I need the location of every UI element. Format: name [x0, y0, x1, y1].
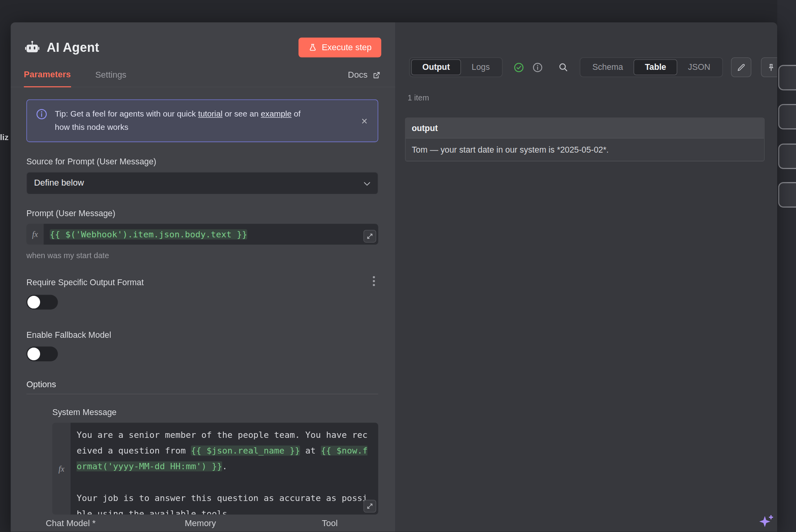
connection-memory[interactable]: Memory — [185, 519, 216, 529]
connection-endpoints: Chat Model * Memory Tool — [11, 519, 395, 532]
system-message-code[interactable]: You are a senior member of the people te… — [71, 423, 378, 514]
tip-text-part: Tip: Get a feel for agents with our quic… — [55, 109, 198, 118]
output-table-body: Tom — your start date in our system is *… — [405, 138, 764, 161]
system-message-input[interactable]: fx You are a senior member of the people… — [52, 423, 378, 514]
node-header: AI Agent Execute step — [11, 22, 395, 57]
node-title: AI Agent — [47, 40, 99, 55]
node-details-view: AI Agent Execute step Parameters Setting… — [11, 22, 777, 532]
output-logs-switcher: Output Logs — [409, 57, 502, 77]
external-link-icon — [372, 71, 381, 79]
docs-link[interactable]: Docs — [348, 70, 381, 87]
table-header-output[interactable]: output — [405, 118, 764, 138]
require-output-format-toggle[interactable] — [26, 295, 58, 310]
output-controls: Output Logs — [409, 57, 777, 77]
flask-icon — [308, 43, 317, 52]
view-schema[interactable]: Schema — [582, 59, 634, 75]
tab-output[interactable]: Output — [411, 59, 461, 75]
items-count: 1 item — [408, 93, 429, 102]
execute-step-button[interactable]: Execute step — [298, 38, 381, 57]
options-divider — [26, 394, 378, 394]
system-message-label: System Message — [52, 408, 378, 417]
fx-badge: fx — [26, 224, 44, 244]
expression-text: {{ $('Webhook').item.json.body.text }} — [50, 229, 247, 239]
node-tabs: Parameters Settings Docs — [11, 69, 395, 87]
screen: liz AI Agent — [0, 0, 796, 532]
table-row[interactable]: Tom — your start date in our system is *… — [405, 138, 764, 161]
chevron-down-icon — [362, 179, 371, 188]
edit-output-button[interactable] — [731, 57, 752, 77]
search-icon[interactable] — [558, 62, 568, 73]
tip-callout: Tip: Get a feel for agents with our quic… — [26, 100, 378, 142]
canvas-node-stub[interactable] — [778, 65, 796, 91]
pencil-icon — [737, 63, 746, 72]
ai-agent-node-icon — [25, 40, 40, 54]
prompt-label: Prompt (User Message) — [26, 209, 378, 219]
ai-assistant-icon[interactable] — [758, 514, 775, 532]
fallback-model-toggle[interactable] — [26, 346, 58, 361]
docs-label: Docs — [348, 70, 367, 80]
execute-step-label: Execute step — [322, 42, 372, 53]
view-table[interactable]: Table — [634, 59, 677, 75]
view-json[interactable]: JSON — [677, 59, 721, 75]
prompt-expression-code[interactable]: {{ $('Webhook').item.json.body.text }} — [44, 224, 378, 244]
toggle-knob — [27, 296, 40, 308]
pin-data-button[interactable] — [761, 57, 777, 77]
tab-parameters[interactable]: Parameters — [24, 69, 71, 87]
tab-settings[interactable]: Settings — [95, 70, 126, 87]
canvas-node-stub[interactable] — [778, 182, 796, 208]
tip-text-part: or see an — [223, 109, 261, 118]
expand-system-message-button[interactable] — [363, 500, 376, 512]
example-link[interactable]: example — [261, 109, 292, 118]
fx-badge: fx — [52, 423, 71, 514]
canvas-node-stub[interactable] — [778, 144, 796, 169]
tutorial-link[interactable]: tutorial — [198, 109, 223, 118]
canvas-node-label: liz — [0, 133, 11, 142]
expand-expression-button[interactable] — [363, 230, 376, 242]
connection-tool[interactable]: Tool — [322, 519, 338, 529]
output-panel: Output Logs — [396, 22, 778, 532]
options-section-label: Options — [26, 379, 378, 390]
run-info-icon[interactable] — [532, 62, 543, 73]
info-circle-icon — [36, 108, 48, 120]
require-output-format-label: Require Specific Output Format — [26, 277, 144, 287]
canvas-node-stub[interactable] — [778, 104, 796, 129]
output-view-switcher: Schema Table JSON — [580, 57, 723, 77]
connection-chat-model[interactable]: Chat Model * — [46, 519, 95, 529]
expression-preview: when was my start date — [26, 251, 378, 260]
source-for-prompt-label: Source for Prompt (User Message) — [26, 157, 378, 167]
output-table: output Tom — your start date in our syst… — [405, 118, 765, 161]
node-settings-panel: AI Agent Execute step Parameters Setting… — [11, 22, 395, 532]
close-icon[interactable]: × — [359, 115, 369, 126]
source-for-prompt-value: Define below — [34, 178, 84, 188]
source-for-prompt-select[interactable]: Define below — [26, 172, 378, 194]
parameter-options-menu-icon[interactable] — [370, 276, 378, 288]
pin-icon — [767, 63, 776, 72]
run-success-icon — [513, 62, 524, 73]
parameters-content: Tip: Get a feel for agents with our quic… — [11, 87, 395, 514]
tab-logs[interactable]: Logs — [461, 59, 500, 75]
toggle-knob — [27, 348, 40, 360]
tip-text: Tip: Get a feel for agents with our quic… — [55, 107, 311, 134]
fallback-model-label: Enable Fallback Model — [26, 330, 378, 340]
prompt-expression-input[interactable]: fx {{ $('Webhook').item.json.body.text }… — [26, 224, 378, 244]
